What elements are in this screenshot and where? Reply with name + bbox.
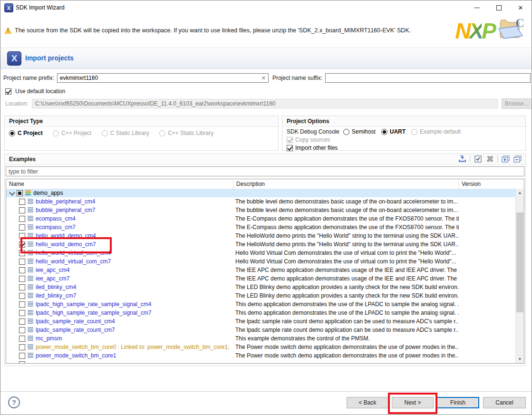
example-name[interactable]: iee_apc_cm7 (36, 275, 69, 282)
example-name[interactable]: power_mode_switch_bm_core0 : Linked to: … (36, 344, 230, 350)
row-checkbox[interactable] (19, 327, 25, 333)
table-row[interactable]: mc_pmsmThis example demonstrates the con… (6, 334, 516, 343)
example-name[interactable]: ecompass_cm7 (36, 224, 76, 231)
example-name[interactable]: hello_world_virtual_com_cm4 (36, 250, 111, 256)
scroll-up-icon[interactable]: ▲ (516, 189, 524, 197)
example-name[interactable]: iled_blinky_cm7 (36, 292, 76, 299)
deselect-all-icon[interactable] (485, 155, 494, 163)
browse-button[interactable]: Browse... (502, 98, 532, 109)
clear-prefix-icon[interactable]: ✕ (261, 75, 266, 81)
row-checkbox[interactable] (19, 336, 25, 342)
table-row[interactable]: power_mode_switch_bm_core0 : Linked to: … (6, 343, 516, 351)
example-project-icon (28, 336, 33, 341)
table-row[interactable]: iled_blinky_cm7The LED Blinky demo appli… (6, 291, 516, 300)
row-checkbox[interactable] (19, 276, 25, 282)
table-row[interactable]: lpadc_high_sample_rate_sample_signal_cm7… (6, 309, 516, 317)
row-checkbox[interactable] (19, 199, 25, 205)
select-all-icon[interactable] (474, 155, 482, 163)
row-checkbox[interactable] (19, 233, 25, 239)
table-row[interactable]: hello_world_virtual_com_cm7Hello World V… (6, 257, 516, 266)
help-icon[interactable]: ? (8, 396, 20, 408)
row-checkbox[interactable] (19, 284, 25, 290)
table-row[interactable]: iee_apc_cm7The IEE APC demo application … (6, 274, 516, 283)
chevron-down-icon[interactable] (9, 190, 15, 195)
example-name[interactable]: power_mode_switch_bm_core1 (36, 352, 116, 359)
table-row[interactable]: lpadc_sample_rate_count_cm7The lpadc sam… (6, 326, 516, 334)
table-row[interactable]: bubble_peripheral_cm4The bubble level de… (6, 197, 516, 206)
finish-button[interactable]: Finish (436, 397, 479, 408)
column-header-description[interactable]: Description (233, 179, 459, 189)
collapse-all-icon[interactable] (513, 155, 522, 163)
radio-cpp-project[interactable]: C++ Project (53, 130, 91, 136)
row-checkbox[interactable] (19, 310, 25, 316)
next-button[interactable]: Next > (392, 397, 434, 408)
use-default-location-checkbox[interactable] (5, 88, 11, 95)
maximize-button[interactable] (488, 0, 510, 15)
scroll-down-icon[interactable]: ▼ (516, 355, 524, 363)
example-name[interactable]: lpadc_high_sample_rate_sample_signal_cm4 (36, 301, 152, 308)
table-row[interactable]: power_mode_switch_bm_core1The Power mode… (6, 351, 516, 360)
row-checkbox[interactable] (19, 301, 25, 308)
table-row[interactable]: bubble_peripheral_cm7The bubble level de… (6, 206, 516, 214)
row-checkbox[interactable] (19, 224, 25, 231)
example-name[interactable]: bubble_peripheral_cm7 (36, 207, 95, 213)
table-row[interactable]: hello_world_virtual_com_cm4Hello World V… (6, 249, 516, 257)
row-checkbox[interactable] (19, 267, 25, 273)
import-other-files-checkbox[interactable] (287, 145, 293, 151)
row-checkbox[interactable] (19, 207, 25, 213)
table-row[interactable]: iled_blinky_cm4The LED Blinky demo appli… (6, 283, 516, 291)
row-checkbox[interactable] (19, 361, 25, 364)
example-name[interactable]: mc_pmsm (36, 335, 62, 342)
radio-uart[interactable]: UART (381, 128, 406, 135)
row-checkbox[interactable] (19, 250, 25, 256)
row-checkbox[interactable] (19, 344, 25, 350)
expand-all-icon[interactable] (501, 155, 510, 163)
table-row[interactable]: lpadc_high_sample_rate_sample_signal_cm4… (6, 300, 516, 309)
close-button[interactable]: ✕ (510, 0, 532, 15)
example-name[interactable]: bubble_peripheral_cm4 (36, 198, 95, 205)
table-group-row[interactable]: demo_apps (6, 189, 516, 197)
prefix-input[interactable] (57, 73, 269, 83)
radio-cpp-static-library[interactable]: C++ Static Library (159, 130, 213, 136)
example-name[interactable]: lpadc_sample_rate_count_cm4 (36, 318, 115, 325)
column-header-version[interactable]: Version (459, 179, 524, 189)
scrollbar-thumb[interactable] (516, 212, 523, 312)
row-checkbox[interactable] (19, 353, 25, 359)
radio-semihost[interactable]: Semihost (343, 128, 376, 135)
example-name[interactable]: demo_apps (33, 190, 63, 196)
row-checkbox[interactable] (19, 216, 25, 222)
example-name[interactable]: ecompass_cm4 (36, 215, 76, 222)
table-row[interactable] (6, 360, 516, 363)
table-row[interactable]: iee_apc_cm4The IEE APC demo application … (6, 266, 516, 274)
example-name[interactable]: hello_world_demo_cm7 (36, 241, 96, 248)
row-checkbox[interactable] (19, 293, 25, 299)
vertical-scrollbar[interactable]: ▲ ▼ (515, 189, 524, 363)
table-row[interactable]: hello_world_demo_cm7The HelloWorld demo … (6, 240, 516, 249)
name-cell (6, 361, 233, 364)
row-checkbox[interactable] (19, 318, 25, 325)
radio-c-static-library[interactable]: C Static Library (102, 130, 149, 136)
cancel-button[interactable]: Cancel (483, 397, 526, 408)
minimize-button[interactable]: — (466, 0, 488, 15)
row-checkbox[interactable] (19, 259, 25, 265)
suffix-input[interactable] (325, 73, 531, 83)
example-name[interactable]: hello_world_demo_cm4 (36, 232, 96, 239)
table-row[interactable]: ecompass_cm7The E-Compass demo applicati… (6, 223, 516, 232)
example-name[interactable]: iled_blinky_cm4 (36, 284, 76, 290)
copy-sources-checkbox[interactable] (287, 137, 293, 143)
row-checkbox[interactable] (17, 190, 23, 196)
table-row[interactable]: lpadc_sample_rate_count_cm4The lpadc sam… (6, 317, 516, 326)
table-row[interactable]: hello_world_demo_cm4The HelloWorld demo … (6, 232, 516, 240)
table-row[interactable]: ecompass_cm4The E-Compass demo applicati… (6, 214, 516, 223)
back-button[interactable]: < Back (347, 397, 388, 408)
example-name[interactable]: iee_apc_cm4 (36, 267, 69, 273)
filter-input[interactable] (6, 166, 524, 176)
radio-example-default[interactable]: Example default (411, 128, 461, 135)
example-name[interactable]: hello_world_virtual_com_cm7 (36, 258, 111, 265)
row-checkbox[interactable] (19, 241, 25, 248)
import-into-tray-icon[interactable] (458, 155, 466, 163)
radio-c-project[interactable]: C Project (9, 130, 43, 136)
example-name[interactable]: lpadc_sample_rate_count_cm7 (36, 327, 115, 333)
example-name[interactable]: lpadc_high_sample_rate_sample_signal_cm7 (36, 309, 152, 316)
column-header-name[interactable]: Name (6, 179, 233, 189)
